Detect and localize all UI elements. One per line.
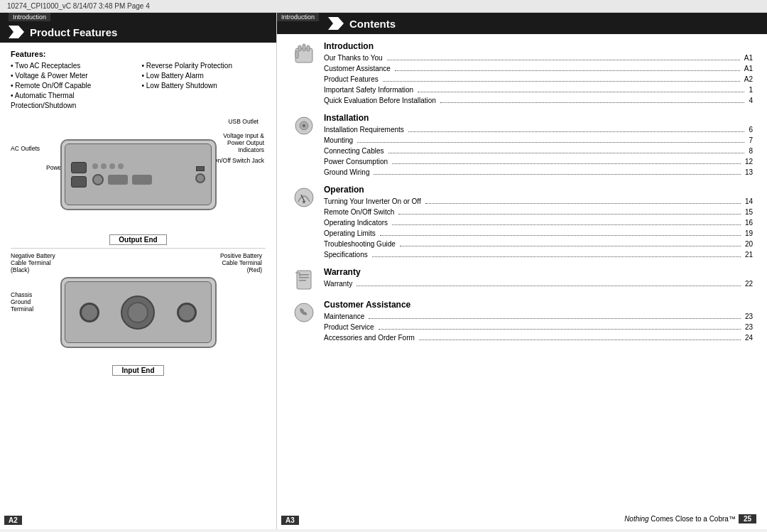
toc-item: Our Thanks to YouA1 (324, 53, 753, 63)
toc-item: Specifications21 (324, 249, 753, 260)
right-page-header: Introduction Contents (277, 13, 767, 34)
svg-point-9 (303, 124, 305, 127)
ac-outlets-label: AC Outlets (11, 145, 40, 152)
indicator-1 (92, 163, 98, 169)
power-button-circle (92, 174, 104, 185)
feature-item: • Low Battery Alarm (142, 71, 266, 81)
left-section-tab: Introduction (9, 13, 50, 21)
svg-rect-3 (298, 45, 301, 51)
warranty-icon (291, 267, 317, 293)
toc-item: Product Service23 (324, 322, 753, 332)
toc-item: Mounting7 (324, 135, 753, 146)
ac-outlets-group (71, 162, 87, 188)
hand-icon (293, 43, 315, 65)
negative-battery-label: Negative Battery Cable Terminal (Black) (11, 252, 60, 274)
output-end-container: Output End (11, 234, 266, 244)
toc-item: Operating Indicators16 (324, 217, 753, 228)
svg-marker-0 (9, 26, 24, 38)
cooling-fan (121, 295, 155, 330)
cobra-logo-right (328, 17, 344, 30)
ac-outlet-1 (71, 162, 87, 173)
buttons-row (92, 174, 190, 185)
feature-item: • Automatic Thermal Protection/Shutdown (11, 91, 135, 111)
introduction-content: Introduction Our Thanks to YouA1 Custome… (324, 41, 753, 106)
toc-warranty: Warranty Warranty22 (291, 267, 753, 293)
input-end-label: Input End (112, 365, 163, 376)
installation-title: Installation (324, 113, 753, 123)
bottom-tagline: Nothing Comes Close to a Cobra™ 25 (624, 514, 756, 523)
features-grid: • Two AC Receptacles • Voltage & Power M… (11, 61, 266, 111)
features-col2: • Reverse Polarity Protection • Low Batt… (142, 61, 266, 111)
customer-assistance-title: Customer Assistance (324, 300, 753, 310)
svg-rect-5 (307, 45, 310, 51)
toc-item: Remote On/Off Switch15 (324, 207, 753, 217)
toc-item: Turning Your Inverter On or Off14 (324, 196, 753, 207)
toc-item: Customer AssistanceA1 (324, 63, 753, 74)
warranty-content: Warranty Warranty22 (324, 267, 753, 289)
features-col1: • Two AC Receptacles • Voltage & Power M… (11, 61, 135, 111)
usb-port (196, 166, 205, 171)
cobra-logo-left (9, 26, 24, 38)
indicator-row (92, 163, 190, 169)
right-page: Introduction Contents (277, 13, 767, 529)
positive-terminal (177, 303, 197, 322)
indicator-3 (109, 163, 115, 169)
toc-operation: Operation Turning Your Inverter On or Of… (291, 185, 753, 260)
nothing-text: Nothing Comes Close to a Cobra™ (624, 515, 736, 523)
svg-point-11 (303, 200, 305, 203)
document-icon (293, 268, 315, 291)
feature-item: • Two AC Receptacles (11, 61, 135, 71)
top-device-box (60, 139, 217, 210)
operation-content: Operation Turning Your Inverter On or Of… (324, 185, 753, 260)
input-end-container: Input End (11, 365, 266, 375)
negative-terminal (80, 303, 99, 322)
installation-icon (291, 113, 317, 139)
left-page-title: Product Features (30, 26, 117, 38)
svg-rect-6 (295, 51, 298, 58)
indicator-4 (118, 163, 124, 169)
bottom-device-diagram: Negative Battery Cable Terminal (Black) … (11, 252, 266, 375)
svg-rect-4 (303, 44, 305, 51)
positive-battery-label: Positive Battery Cable Terminal (Red) (209, 252, 262, 274)
bottom-device-inner (65, 281, 212, 342)
toc-item: Connecting Cables8 (324, 146, 753, 156)
left-page: Introduction Product Features Features: … (0, 13, 277, 529)
left-content: Features: • Two AC Receptacles • Voltage… (0, 43, 276, 529)
warranty-title: Warranty (324, 267, 753, 277)
toc-introduction: Introduction Our Thanks to YouA1 Custome… (291, 41, 753, 106)
toc-item: Installation Requirements6 (324, 124, 753, 135)
left-page-header: Introduction (0, 13, 276, 21)
toc-item: Product FeaturesA2 (324, 74, 753, 85)
toc-item: Maintenance23 (324, 311, 753, 322)
output-end-label: Output End (109, 234, 166, 245)
toc-item: Accessories and Order Form24 (324, 332, 753, 343)
operation-icon (291, 185, 317, 210)
tools-icon (293, 114, 315, 137)
feature-item: • Remote On/Off Capable (11, 81, 135, 91)
fan-inner (127, 302, 148, 323)
feature-item: • Low Battery Shutdown (142, 81, 266, 91)
feature-item: • Voltage & Power Meter (11, 71, 135, 81)
customer-assistance-icon (291, 300, 317, 325)
features-title: Features: (11, 50, 266, 58)
switch-1 (108, 175, 128, 185)
svg-rect-14 (299, 274, 309, 276)
toc-item: Warranty22 (324, 278, 753, 289)
section-divider (11, 248, 266, 249)
toc-item: Important Safety Information1 (324, 85, 753, 95)
top-bar-text: 10274_CPI1000_vC 8/14/07 3:48 PM Page 4 (7, 2, 150, 10)
toc-item: Ground Wiring13 (324, 167, 753, 178)
control-panel (92, 163, 190, 185)
ac-outlet-2 (71, 176, 87, 188)
right-page-label: A3 (281, 516, 299, 525)
toc-item: Quick Evaluation Before Installation4 (324, 95, 753, 106)
usb-outlet-label: USB Outlet (228, 118, 259, 125)
top-device-diagram: USB Outlet AC Outlets Voltage Input & Po… (11, 118, 266, 244)
indicator-2 (101, 163, 107, 169)
introduction-title: Introduction (324, 41, 753, 51)
left-page-number: A2 (4, 516, 22, 525)
operation-title: Operation (324, 185, 753, 195)
right-page-title: Contents (349, 18, 396, 30)
svg-rect-15 (299, 277, 309, 278)
installation-content: Installation Installation Requirements6 … (324, 113, 753, 178)
